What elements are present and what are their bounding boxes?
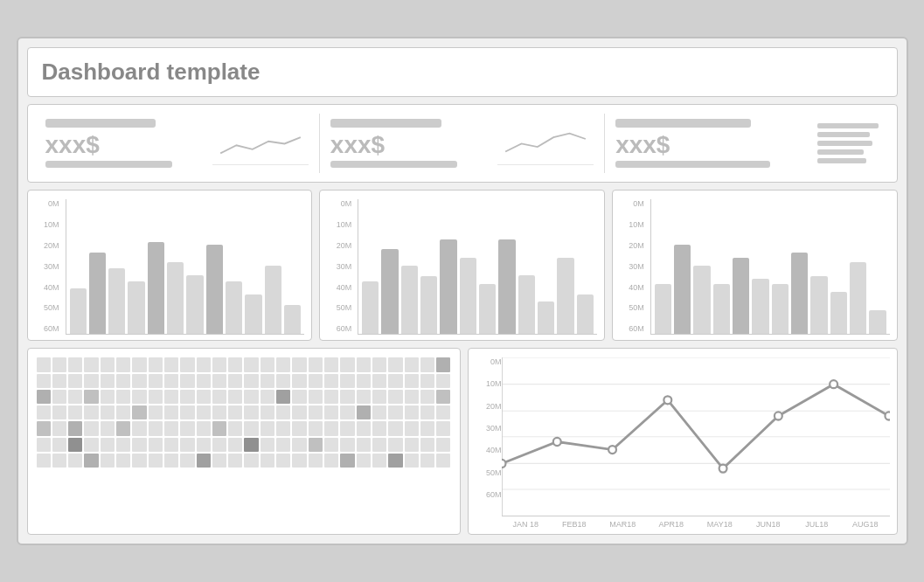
heatmap-cell	[101, 390, 115, 404]
heatmap-cell	[212, 454, 226, 468]
heatmap-cell	[357, 421, 371, 435]
heatmap-cell	[276, 421, 290, 435]
bar	[70, 288, 87, 335]
heatmap-cell	[149, 421, 163, 435]
bar	[830, 292, 847, 334]
heatmap-cell	[197, 438, 211, 452]
heatmap-cell	[101, 454, 115, 468]
heatmap-cell	[101, 374, 115, 388]
heatmap-cell	[420, 405, 434, 419]
heatmap-cell	[309, 390, 323, 404]
y-axis-1: 60M 50M 40M 30M 20M 10M 0M	[35, 199, 59, 335]
heatmap-cell	[116, 374, 130, 388]
heatmap-cell	[244, 405, 258, 419]
heatmap-cell	[261, 405, 274, 419]
heatmap-cell	[37, 438, 51, 452]
heatmap-cell	[101, 357, 115, 371]
sparkline-1	[212, 121, 309, 165]
bar	[674, 245, 691, 334]
legend-line-1	[817, 123, 879, 128]
heatmap-cell	[261, 454, 274, 468]
heatmap-cell	[197, 374, 211, 388]
heatmap-cell	[372, 405, 386, 419]
heatmap-cell	[101, 405, 115, 419]
x-label-apr: APR18	[647, 520, 696, 529]
heatmap-cell	[197, 357, 211, 371]
bar	[479, 284, 496, 334]
heatmap-cell	[388, 405, 402, 419]
stat-card-3: xxx$	[605, 114, 889, 173]
stat-placeholder-3	[615, 119, 751, 128]
x-axis-labels: JAN 18 FEB18 MAR18 APR18 MAY18 JUN18 JUL…	[476, 520, 890, 529]
bar	[167, 262, 184, 335]
heatmap-cell	[244, 438, 258, 452]
bar	[362, 281, 379, 334]
heatmap-cell	[405, 454, 419, 468]
line-chart-card: 60M 50M 40M 30M 20M 10M 0M	[468, 348, 898, 535]
svg-point-13	[663, 396, 671, 404]
heatmap-cell	[372, 357, 386, 371]
heatmap-cell	[132, 405, 146, 419]
y-axis-2: 60M 50M 40M 30M 20M 10M 0M	[327, 199, 351, 335]
heatmap-cell	[68, 438, 82, 452]
heatmap-cell	[228, 421, 242, 435]
heatmap-cell	[244, 374, 258, 388]
heatmap-cell	[68, 390, 82, 404]
legend-line-4	[817, 149, 864, 155]
heatmap-cell	[132, 421, 146, 435]
bar-chart-3: 60M 50M 40M 30M 20M 10M 0M	[612, 190, 898, 341]
heatmap-cell	[52, 374, 66, 388]
heatmap-cell	[101, 421, 115, 435]
bar	[186, 275, 203, 335]
svg-point-14	[719, 465, 726, 473]
bar	[752, 279, 768, 334]
heatmap-cell	[388, 390, 402, 404]
heatmap-cell	[357, 390, 371, 404]
bars-3	[650, 199, 890, 335]
heatmap-cell	[149, 374, 163, 388]
heatmap-cell	[261, 438, 274, 452]
heatmap-cell	[116, 454, 130, 468]
heatmap-cell	[340, 405, 354, 419]
stat-card-1: xxx$	[35, 114, 320, 173]
stats-row: xxx$ xxx$ xxx$	[27, 104, 898, 183]
heatmap-cell	[164, 421, 178, 435]
heatmap-cell	[52, 421, 66, 435]
heatmap-cell	[164, 357, 178, 371]
bar	[381, 249, 398, 335]
heatmap-cell	[261, 374, 274, 388]
heatmap-cell	[52, 357, 66, 371]
heatmap-cell	[324, 438, 338, 452]
bar	[420, 276, 437, 334]
heatmap-grid	[37, 357, 451, 468]
heatmap-cell	[324, 405, 338, 419]
stat-text-2: xxx$	[330, 119, 489, 168]
heatmap-cell	[309, 374, 323, 388]
heatmap-cell	[292, 421, 306, 435]
title-bar: Dashboard template	[27, 47, 898, 97]
heatmap-cell	[68, 374, 82, 388]
heatmap-cell	[309, 454, 323, 468]
bar	[869, 310, 886, 334]
heatmap-cell	[212, 374, 226, 388]
heatmap-cell	[84, 421, 98, 435]
heatmap-cell	[261, 357, 274, 371]
chart-area-2: 60M 50M 40M 30M 20M 10M 0M	[327, 199, 597, 335]
bar	[498, 239, 515, 334]
heatmap-cell	[116, 357, 130, 371]
chart-area-1: 60M 50M 40M 30M 20M 10M 0M	[35, 199, 305, 335]
heatmap-cell	[244, 390, 258, 404]
heatmap-cell	[357, 454, 371, 468]
bar-charts-row: 60M 50M 40M 30M 20M 10M 0M	[27, 190, 898, 341]
heatmap-cell	[37, 421, 51, 435]
svg-point-15	[774, 412, 782, 420]
heatmap-cell	[357, 438, 371, 452]
heatmap-cell	[52, 390, 66, 404]
bar	[733, 258, 749, 334]
heatmap-cell	[149, 454, 163, 468]
heatmap-cell	[372, 438, 386, 452]
bar	[401, 266, 418, 334]
heatmap-cell	[164, 405, 178, 419]
heatmap-cell	[372, 454, 386, 468]
heatmap-cell	[84, 374, 98, 388]
